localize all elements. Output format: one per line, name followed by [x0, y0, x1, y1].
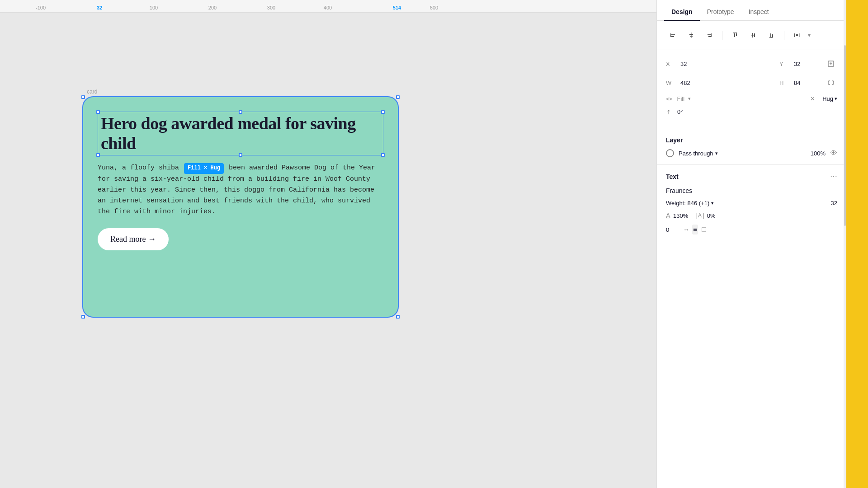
- letter-spacing-value[interactable]: 0%: [707, 212, 716, 219]
- constrain-proportions-icon[interactable]: [825, 76, 837, 89]
- title-handle-bm[interactable]: [239, 153, 242, 157]
- title-handle-tm[interactable]: [239, 110, 242, 114]
- svg-rect-0: [670, 33, 671, 37]
- fill-label-group: <> Fill ▾: [666, 95, 807, 102]
- weight-chevron[interactable]: ▾: [711, 200, 714, 206]
- y-value[interactable]: 32: [794, 61, 821, 67]
- w-value[interactable]: 482: [680, 80, 708, 86]
- svg-rect-11: [736, 33, 737, 36]
- text-section: Text ⋯ Fraunces Weight: 846 (+1) ▾ 32 A̲…: [657, 165, 846, 242]
- canvas: -100 32 100 200 300 400 514 600 card: [0, 0, 656, 488]
- opacity-value[interactable]: 100%: [811, 150, 826, 157]
- hug-dropdown[interactable]: Hug ▾: [822, 95, 837, 102]
- line-height-value[interactable]: 130%: [673, 212, 688, 219]
- ruler-mark-600: 600: [430, 5, 438, 10]
- layer-section: Layer Pass through ▾ 100% 👁: [657, 129, 846, 165]
- svg-rect-4: [689, 34, 693, 35]
- svg-rect-18: [794, 33, 795, 37]
- svg-rect-15: [769, 38, 773, 38]
- text-title: Text: [666, 173, 679, 180]
- align-separator-2: [784, 31, 784, 40]
- distribute-button[interactable]: [790, 28, 804, 42]
- ruler: -100 32 100 200 300 400 514 600: [0, 0, 656, 13]
- svg-rect-8: [708, 36, 711, 37]
- weight-row: Weight: 846 (+1) ▾ 32: [666, 200, 837, 206]
- paragraph-spacing-value[interactable]: 0: [666, 226, 679, 233]
- w-label: W: [666, 80, 677, 86]
- text-box-icon[interactable]: □: [701, 225, 707, 235]
- visibility-icon[interactable]: 👁: [830, 149, 837, 157]
- layer-row: Pass through ▾ 100% 👁: [666, 149, 837, 157]
- align-right-button[interactable]: [702, 28, 717, 42]
- fill-x-icon[interactable]: ✕: [810, 95, 815, 102]
- h-value[interactable]: 84: [794, 80, 821, 86]
- handle-top-left[interactable]: [81, 95, 85, 99]
- ruler-mark-32: 32: [97, 5, 102, 10]
- svg-rect-10: [734, 33, 735, 37]
- resize-icon[interactable]: [825, 57, 837, 70]
- svg-rect-20: [796, 34, 798, 36]
- align-center-h-button[interactable]: [746, 28, 760, 42]
- align-center-v-button[interactable]: [684, 28, 698, 42]
- hug-chevron[interactable]: ▾: [835, 96, 837, 102]
- line-height-item: A̲ 130%: [666, 212, 688, 219]
- tab-inspect[interactable]: Inspect: [741, 4, 776, 21]
- arrow-expand-icon[interactable]: ↔: [683, 226, 689, 233]
- title-handle-tr[interactable]: [381, 110, 385, 114]
- read-more-button[interactable]: Read more →: [98, 228, 169, 250]
- svg-rect-16: [770, 33, 771, 37]
- fill-text: Fill: [677, 95, 684, 102]
- y-label: Y: [779, 61, 790, 67]
- angle-icon: ↗: [664, 108, 672, 116]
- handle-bottom-left[interactable]: [81, 315, 85, 319]
- tab-prototype[interactable]: Prototype: [700, 4, 741, 21]
- handle-top-right[interactable]: [396, 95, 400, 99]
- ruler-mark-neg100: -100: [36, 5, 46, 10]
- title-handle-br[interactable]: [381, 153, 385, 157]
- align-left-button[interactable]: [666, 28, 680, 42]
- card-body: Yuna, a floofy shiba Fill × Hug been awa…: [98, 163, 383, 217]
- svg-rect-3: [691, 33, 692, 38]
- handle-bottom-right[interactable]: [396, 315, 400, 319]
- svg-rect-5: [690, 36, 693, 37]
- ruler-mark-100: 100: [150, 5, 158, 10]
- svg-rect-7: [708, 34, 711, 35]
- align-text-center-icon[interactable]: ≡: [692, 225, 698, 235]
- font-name[interactable]: Fraunces: [666, 187, 837, 194]
- letter-spacing-item: | A | 0%: [695, 212, 715, 219]
- title-handle-bl[interactable]: [96, 153, 100, 157]
- angle-value[interactable]: 0°: [677, 108, 683, 115]
- card-label: card: [87, 89, 97, 95]
- panel-tabs: Design Prototype Inspect: [657, 0, 846, 21]
- tab-design[interactable]: Design: [664, 4, 700, 21]
- fill-row: <> Fill ▾ ✕ Hug ▾: [666, 95, 837, 102]
- svg-rect-6: [712, 33, 712, 37]
- weight-label: Weight: 846 (+1): [666, 200, 709, 206]
- align-separator-1: [722, 31, 722, 40]
- more-options-button[interactable]: ▾: [808, 32, 811, 38]
- svg-rect-1: [671, 34, 675, 35]
- ruler-mark-514: 514: [393, 5, 401, 10]
- scrollbar[interactable]: [844, 0, 846, 488]
- scroll-thumb[interactable]: [844, 45, 846, 226]
- body-text-part1: Yuna, a floofy shiba: [98, 164, 183, 172]
- yellow-accent-panel: [846, 0, 868, 488]
- x-value[interactable]: 32: [680, 61, 708, 67]
- angle-row: ↗ 0°: [666, 108, 837, 115]
- text-section-header: Text ⋯: [666, 172, 837, 181]
- svg-rect-17: [772, 34, 773, 37]
- blend-mode-dropdown[interactable]: Pass through ▾: [679, 150, 806, 157]
- font-size-value[interactable]: 32: [831, 200, 837, 206]
- align-bottom-button[interactable]: [764, 28, 778, 42]
- properties-section: X 32 Y 32 W 482 H 84: [657, 50, 846, 129]
- title-handle-tl[interactable]: [96, 110, 100, 114]
- blend-mode-chevron[interactable]: ▾: [715, 150, 718, 156]
- align-top-button[interactable]: [728, 28, 742, 42]
- title-text-box[interactable]: Hero dog awarded medal for saving child: [98, 112, 383, 155]
- text-more-options-icon[interactable]: ⋯: [830, 172, 837, 181]
- hug-value: Hug: [822, 95, 833, 102]
- weight-dropdown[interactable]: Weight: 846 (+1) ▾: [666, 200, 827, 206]
- svg-rect-14: [754, 33, 755, 37]
- fill-chevron[interactable]: ▾: [688, 96, 691, 102]
- card-component[interactable]: Hero dog awarded medal for saving child …: [82, 96, 399, 318]
